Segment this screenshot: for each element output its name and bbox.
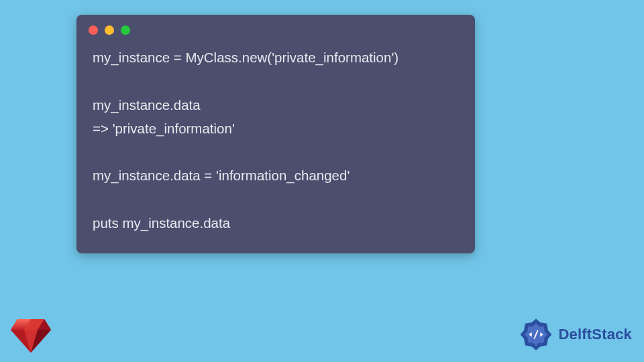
code-line: puts my_instance.data [93, 215, 230, 231]
code-line: my_instance.data [93, 97, 201, 113]
code-line: my_instance = MyClass.new('private_infor… [93, 50, 398, 65]
zoom-icon [121, 25, 130, 35]
close-icon [89, 25, 98, 35]
code-line: my_instance.data = 'information_changed' [93, 168, 350, 183]
delftstack-brand: DelftStack [518, 316, 632, 353]
code-line: => 'private_information' [93, 121, 235, 136]
window-controls [76, 15, 475, 39]
ruby-gem-icon [9, 316, 52, 354]
delft-badge-icon [518, 316, 554, 353]
code-snippet: my_instance = MyClass.new('private_infor… [76, 39, 475, 237]
code-window: my_instance = MyClass.new('private_infor… [76, 15, 475, 253]
brand-name: DelftStack [558, 326, 632, 343]
minimize-icon [105, 25, 114, 35]
